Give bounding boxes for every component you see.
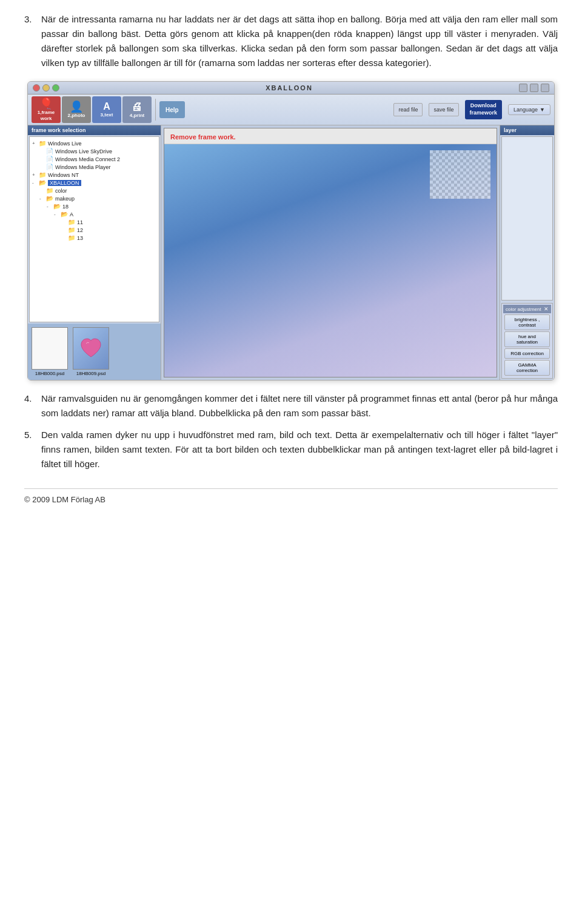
tree-item-skydrive[interactable]: 📄 Windows Live SkyDrive [39, 147, 156, 155]
expand-icon-8: - [39, 196, 44, 201]
tree-item-18[interactable]: - 📂 18 [47, 202, 156, 210]
canvas-area: Remove frame work. [164, 128, 497, 377]
thumb-item-1[interactable]: 18HB000.psd [32, 327, 68, 376]
frame-btn-label1: 1,frame [38, 110, 55, 115]
paragraph-4-text: När ramvalsguiden nu är genomgången komm… [41, 391, 558, 420]
thumb-item-2[interactable]: 18HB009.psd [73, 327, 109, 376]
tree-label: Windows Live [48, 141, 82, 147]
tree-indent-A: 📁 11 📁 12 [54, 218, 156, 242]
read-file-button[interactable]: read file [393, 103, 423, 116]
tree-item-xballoon[interactable]: - 📂 XBALLOON [32, 179, 156, 187]
layer-header: layer [500, 125, 554, 135]
thumb-label-1: 18HB000.psd [35, 371, 64, 376]
tree-item-windowsnt[interactable]: + 📁 Windows NT [32, 171, 156, 179]
right-panel: layer color adjustment ✕ brightness , co… [500, 125, 554, 380]
download-framework-button[interactable]: Download framework [465, 100, 503, 119]
print-btn-label: 4,print [130, 113, 144, 118]
remove-framework-bar: Remove frame work. [164, 128, 497, 144]
close-button[interactable] [33, 84, 40, 91]
photo-btn-label: 2,photo [68, 113, 85, 118]
toolbar: 🎈 1,frame work 👤 2,photo A 3,text 🖨 4,pr… [28, 95, 554, 125]
tree-item-mediaplayer[interactable]: 📄 Windows Media Player [39, 163, 156, 171]
tree-label-7: color [55, 188, 67, 194]
tree-indent-18: - 📂 A 📁 11 [47, 210, 156, 242]
tree-item-12[interactable]: 📁 12 [61, 226, 156, 234]
tree-label-10: A [70, 211, 73, 218]
folder-icon-2: 📄 [46, 148, 53, 155]
folder-icon-13: 📁 [68, 234, 75, 241]
minimize-button[interactable] [42, 84, 50, 91]
color-adj-close-button[interactable]: ✕ [544, 306, 549, 312]
save-file-button[interactable]: save file [429, 103, 458, 116]
tree-indent-makeup: - 📂 18 - 📂 A [39, 202, 156, 242]
layer-area[interactable] [501, 136, 553, 301]
title-btn-3[interactable] [541, 84, 549, 92]
tree-item-makeup[interactable]: - 📂 makeup [39, 194, 156, 202]
remove-framework-text: Remove frame work. [170, 133, 236, 141]
thumbnails-area: 18HB000.psd 18HB009.psd [28, 324, 161, 380]
thumbnail-heart [73, 327, 109, 370]
paragraph-5: 5. Den valda ramen dyker nu upp i huvudf… [24, 428, 558, 471]
main-canvas[interactable] [164, 144, 497, 377]
gamma-correction-button[interactable]: GAMMA correction [504, 360, 550, 376]
paragraph-3: 3. När de intressanta ramarna nu har lad… [24, 12, 558, 70]
title-btn-2[interactable] [530, 84, 538, 92]
tree-label-6: XBALLOON [48, 180, 81, 186]
tree-label-9: 18 [62, 204, 69, 210]
tree-indent-xballoon: 📁 color - 📂 makeup - 📂 18 [32, 187, 156, 242]
folder-icon-6: 📂 [39, 179, 46, 186]
tree-label-11: 11 [77, 219, 83, 225]
folder-icon-12: 📁 [68, 227, 75, 233]
folder-icon-8: 📂 [46, 195, 53, 202]
tree-item-13[interactable]: 📁 13 [61, 234, 156, 242]
expand-icon-6: - [32, 180, 37, 185]
tree-item-A[interactable]: - 📂 A [54, 210, 156, 218]
thumb-label-2: 18HB009.psd [76, 371, 105, 376]
text-button[interactable]: A 3,text [92, 96, 121, 123]
left-panel: frame work selection + 📁 Windows Live 📄 … [28, 125, 161, 380]
language-label: Language [513, 107, 538, 113]
tree-item-mediaconnect[interactable]: 📄 Windows Media Connect 2 [39, 155, 156, 163]
title-bar-controls [33, 84, 59, 91]
folder-icon-4: 📄 [46, 164, 53, 170]
folder-icon-3: 📄 [46, 156, 53, 162]
paragraph-3-text: När de intressanta ramarna nu har laddat… [41, 12, 558, 70]
heart-svg [79, 336, 103, 361]
app-window: XBALLOON 🎈 1,frame work 👤 2,photo A [27, 81, 555, 381]
expand-icon-5: + [32, 172, 37, 178]
frame-work-button[interactable]: 🎈 1,frame work [32, 96, 61, 123]
tree-item-11[interactable]: 📁 11 [61, 218, 156, 226]
tree-label-3: Windows Media Connect 2 [55, 156, 120, 162]
hue-saturation-button[interactable]: hue and saturation [504, 331, 550, 347]
frame-btn-label2: work [41, 116, 52, 121]
folder-icon-11: 📁 [68, 219, 75, 225]
tree-indent-1: 📄 Windows Live SkyDrive 📄 Windows Media … [32, 147, 156, 171]
rgb-correction-button[interactable]: RGB correction [504, 348, 550, 359]
text-icon: A [103, 102, 110, 111]
photo-button[interactable]: 👤 2,photo [62, 96, 91, 123]
tree-label-13: 13 [77, 235, 83, 241]
expand-icon: + [32, 141, 37, 146]
tree-item-color[interactable]: 📁 color [39, 187, 156, 194]
item-number-4: 4. [24, 391, 41, 420]
title-btn-1[interactable] [519, 84, 527, 92]
brightness-contrast-button[interactable]: brightness , contrast [504, 314, 550, 330]
photo-icon: 👤 [70, 101, 83, 112]
paragraph-4: 4. När ramvalsguiden nu är genomgången k… [24, 391, 558, 420]
color-adj-title: color adjustment [506, 307, 541, 312]
file-tree[interactable]: + 📁 Windows Live 📄 Windows Live SkyDrive [29, 136, 159, 322]
toolbar-separator-1 [155, 99, 156, 121]
tree-item-windows-live[interactable]: + 📁 Windows Live [32, 139, 156, 147]
color-adjustment-section: color adjustment ✕ brightness , contrast… [501, 303, 553, 379]
language-dropdown[interactable]: Language ▼ [508, 104, 550, 115]
center-panel: Remove frame work. [161, 125, 500, 380]
chevron-down-icon: ▼ [540, 107, 545, 113]
page-container: 3. När de intressanta ramarna nu har lad… [0, 0, 582, 528]
help-button[interactable]: Help [159, 101, 185, 118]
print-icon: 🖨 [132, 101, 142, 112]
download-label2: framework [470, 110, 498, 117]
text-btn-label: 3,text [101, 112, 113, 118]
maximize-button[interactable] [52, 84, 59, 91]
thumbnail-blank [32, 327, 68, 370]
print-button[interactable]: 🖨 4,print [122, 96, 152, 123]
